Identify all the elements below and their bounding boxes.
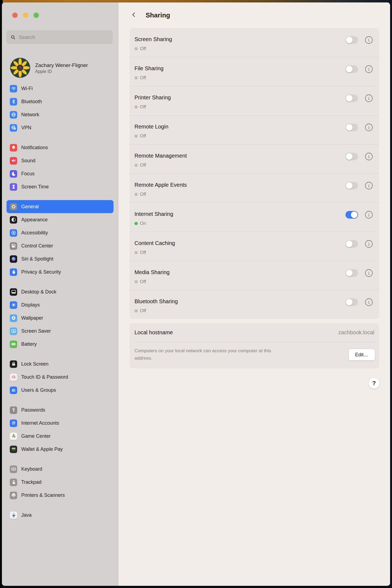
sidebar-item-focus[interactable]: Focus [7,167,114,180]
sidebar-item-label: Touch ID & Password [21,374,68,380]
dock-window-icon [10,288,17,296]
printer-sharing-info-button[interactable]: i [365,94,373,102]
remote-apple-events-toggle[interactable] [345,182,358,189]
speaker-icon [10,157,17,164]
sidebar-item-label: Bluetooth [21,99,42,105]
service-name: Remote Apple Events [134,182,187,188]
sidebar-group: NotificationsSoundFocusScreen Time [7,141,114,193]
service-name: Remote Login [134,124,169,130]
toggle-knob [346,270,353,276]
file-sharing-toggle[interactable] [345,65,358,73]
sidebar-item-desktop-dock[interactable]: Desktop & Dock [7,285,114,298]
service-status: Off [134,308,146,314]
sidebar-item-network[interactable]: Network [7,108,114,121]
remote-apple-events-info-button[interactable]: i [365,182,373,190]
sidebar-item-passwords[interactable]: Passwords [7,403,114,416]
printer-sharing-toggle[interactable] [345,94,358,102]
search-input[interactable] [18,34,109,41]
sidebar-item-siri-spotlight[interactable]: Siri & Spotlight [7,252,114,265]
status-text: Off [140,192,146,197]
sidebar-item-battery[interactable]: Battery [7,338,114,351]
remote-management-info-button[interactable]: i [365,152,373,161]
service-status: Off [134,250,146,255]
sidebar-group: Lock ScreenTouch ID & PasswordUsers & Gr… [7,357,114,397]
sidebar-item-label: Sound [21,158,35,164]
screen-sharing-toggle[interactable] [345,36,358,44]
sidebar-item-label: Notifications [21,145,48,151]
svg-text:i: i [368,271,370,276]
sidebar-item-control-center[interactable]: Control Center [7,239,114,252]
status-dot [134,105,138,109]
bluetooth-sharing-toggle[interactable] [345,298,358,306]
sidebar-item-wallpaper[interactable]: Wallpaper [7,311,114,324]
zoom-window-button[interactable] [33,13,39,18]
media-sharing-info-button[interactable]: i [365,269,373,277]
help-button[interactable]: ? [369,378,379,389]
apple-id-profile[interactable]: Zachary Wener-Fligner Apple ID [10,58,88,78]
sidebar-item-users-groups[interactable]: Users & Groups [7,384,114,397]
internet-sharing-info-button[interactable]: i [365,211,373,219]
accessibility-icon [10,229,17,237]
sidebar-item-keyboard[interactable]: Keyboard [7,463,114,476]
sidebar-item-accessibility[interactable]: Accessibility [7,226,114,239]
sidebar-item-java[interactable]: Java [7,509,114,522]
sidebar-item-trackpad[interactable]: Trackpad [7,476,114,489]
sidebar-item-label: Screen Time [21,184,49,190]
sidebar-item-printers-scanners[interactable]: Printers & Scanners [7,489,114,502]
bluetooth-sharing-info-button[interactable]: i [365,298,373,306]
game-bubbles-icon [10,433,17,440]
content-caching-info-button[interactable]: i [365,240,373,248]
internet-sharing-toggle[interactable] [345,211,358,219]
sidebar-item-appearance[interactable]: Appearance [7,213,114,226]
sidebar-item-label: Keyboard [21,466,42,472]
sidebar-item-touch-id-password[interactable]: Touch ID & Password [7,370,114,384]
service-name: Printer Sharing [134,94,171,101]
sidebar-item-vpn[interactable]: VPN [7,121,114,134]
toggle-knob [346,37,353,43]
close-window-button[interactable] [12,13,18,18]
sidebar-item-game-center[interactable]: Game Center [7,430,114,443]
sidebar-item-label: Wallet & Apple Pay [21,446,63,452]
sidebar-item-label: Trackpad [21,479,41,485]
sidebar-item-label: Accessibility [21,230,48,236]
edit-hostname-button[interactable]: Edit… [349,349,375,360]
sidebar-item-wi-fi[interactable]: Wi-Fi [7,82,114,95]
status-text: Off [140,279,146,284]
sidebar-group: KeyboardTrackpadPrinters & Scanners [7,463,114,502]
service-name: Screen Sharing [134,36,172,42]
remote-management-toggle[interactable] [345,153,358,160]
sidebar-item-label: Network [21,112,39,118]
question-mark-icon: ? [372,380,376,387]
sharing-row-printer-sharing: Printer SharingOffi [130,86,379,115]
contrast-icon [10,216,17,223]
status-text: Off [140,133,146,139]
sidebar-item-privacy-security[interactable]: Privacy & Security [7,265,114,278]
sidebar-search-field[interactable] [7,30,112,44]
content-caching-toggle[interactable] [345,240,358,248]
sidebar-item-bluetooth[interactable]: Bluetooth [7,95,114,108]
minimize-window-button[interactable] [23,13,28,18]
remote-login-info-button[interactable]: i [365,123,373,131]
sidebar-item-label: Appearance [21,217,48,223]
remote-login-toggle[interactable] [345,124,358,131]
status-dot [134,47,138,50]
sidebar-item-notifications[interactable]: Notifications [7,141,114,154]
sidebar-item-label: Siri & Spotlight [21,256,53,262]
sidebar-item-sound[interactable]: Sound [7,154,114,167]
sharing-row-remote-apple-events: Remote Apple EventsOffi [130,173,379,203]
sidebar-group: Passwords@Internet AccountsGame CenterWa… [7,403,114,456]
sidebar-item-label: Wallpaper [21,315,43,321]
sidebar-item-internet-accounts[interactable]: @Internet Accounts [7,416,114,430]
back-button[interactable] [130,11,138,19]
toggle-knob [351,212,357,218]
sidebar-item-general[interactable]: General [7,200,114,213]
screen-sharing-info-button[interactable]: i [365,36,373,44]
sidebar-item-screen-saver[interactable]: Screen Saver [7,324,114,338]
sidebar-item-wallet-apple-pay[interactable]: Wallet & Apple Pay [7,443,114,456]
sidebar-item-lock-screen[interactable]: Lock Screen [7,357,114,370]
file-sharing-info-button[interactable]: i [365,65,373,73]
sidebar-item-displays[interactable]: Displays [7,298,114,311]
sidebar-item-label: Focus [21,171,35,177]
sidebar-item-screen-time[interactable]: Screen Time [7,180,114,193]
media-sharing-toggle[interactable] [345,269,358,277]
